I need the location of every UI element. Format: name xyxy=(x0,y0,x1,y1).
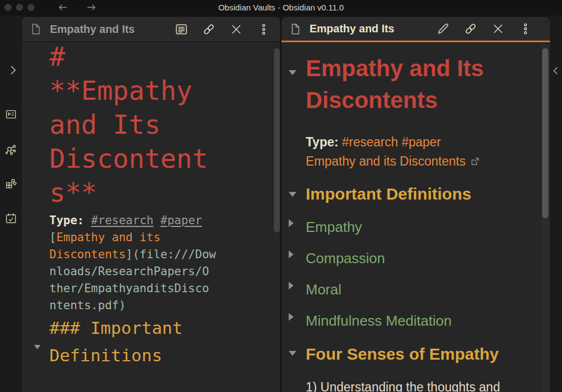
fold-closed-triangle-icon[interactable] xyxy=(289,313,294,321)
right-tab-title[interactable]: Empathy and Its xyxy=(310,22,435,35)
preview-h4-mindfulness-meditation: Mindfulness Meditation xyxy=(306,312,452,330)
fold-closed-triangle-icon[interactable] xyxy=(289,251,294,258)
link-icon[interactable] xyxy=(464,22,477,35)
source-link-text: Discontents xyxy=(49,248,126,261)
fold-open-triangle-icon[interactable] xyxy=(289,70,296,75)
preview-h4-moral: Moral xyxy=(306,281,341,299)
tag-paper[interactable]: #paper xyxy=(160,214,202,227)
left-header-actions xyxy=(175,23,284,36)
preview-h1: Empathy and Its Discontents xyxy=(306,53,545,116)
titlebar: Obsidian Vaults - Obsidian v0.11.0 xyxy=(0,0,562,15)
source-meta-line: Type: #research #paper xyxy=(49,212,280,229)
source-h3-line: Definitions xyxy=(49,342,280,369)
file-icon xyxy=(289,23,301,35)
preview-type-line: Type: #research #paper xyxy=(306,134,441,150)
close-icon[interactable] xyxy=(492,22,504,35)
preview-h3-important-definitions: Important Definitions xyxy=(306,184,471,204)
fold-open-triangle-icon[interactable] xyxy=(289,192,296,197)
source-h1-line: s** xyxy=(49,173,280,212)
preview-pane-content: Empathy and Its Discontents Type: #resea… xyxy=(282,44,550,392)
source-url-line: ther/EmpathyanditsDisco xyxy=(49,280,280,297)
left-tab-title[interactable]: Empathy and Its xyxy=(50,23,175,36)
source-h3-line: ### Important xyxy=(49,314,280,342)
type-label: Type: xyxy=(49,214,84,227)
markdown-source-editor[interactable]: # **Empathy and Its Discontent s** Type:… xyxy=(22,42,280,392)
window-title: Obsidian Vaults - Obsidian v0.11.0 xyxy=(0,0,562,15)
right-scrollbar-thumb[interactable] xyxy=(542,48,548,218)
source-meta-line: [Empathy and its xyxy=(49,229,280,246)
source-url-line: nloads/ResearchPapers/O xyxy=(49,263,280,280)
fold-open-triangle-icon[interactable] xyxy=(34,345,41,349)
right-ribbon xyxy=(550,15,562,392)
right-header-actions xyxy=(437,22,550,35)
preview-tags[interactable]: #research #paper xyxy=(342,135,441,149)
preview-h4-empathy: Empathy xyxy=(306,218,362,236)
fold-open-triangle-icon[interactable] xyxy=(289,351,296,356)
more-options-icon[interactable] xyxy=(257,23,270,36)
source-url: ](file:///Dow xyxy=(126,248,216,261)
expand-sidebar-icon[interactable] xyxy=(7,64,19,76)
bracket: [ xyxy=(49,231,57,244)
daily-notes-icon[interactable] xyxy=(5,212,17,224)
preview-link-line: Empathy and its Discontents xyxy=(306,153,480,169)
left-ribbon xyxy=(0,15,22,392)
left-pane-header: Empathy and Its xyxy=(22,17,280,42)
type-label: Type: xyxy=(306,135,342,149)
more-options-icon[interactable] xyxy=(519,22,532,35)
right-pane: Empathy and Its Empath xyxy=(282,17,550,392)
external-link-text[interactable]: Empathy and its Discontents xyxy=(306,154,465,168)
collapse-sidebar-icon[interactable] xyxy=(551,66,561,76)
graph-view-icon[interactable] xyxy=(5,144,17,156)
external-link-icon[interactable] xyxy=(470,154,480,163)
source-url-line: ntents.pdf) xyxy=(49,297,280,314)
open-note-pane-icon[interactable] xyxy=(5,108,17,120)
right-pane-header: Empathy and Its xyxy=(282,17,550,42)
fold-closed-triangle-icon[interactable] xyxy=(289,282,294,289)
source-meta-line: Discontents](file:///Dow xyxy=(49,246,280,263)
preview-body-line: 1) Understanding the thoughts and xyxy=(306,378,500,392)
reading-view-icon[interactable] xyxy=(175,23,188,36)
edit-pencil-icon[interactable] xyxy=(437,22,449,35)
preview-h3-four-senses: Four Senses of Empathy xyxy=(306,344,499,365)
left-scrollbar-thumb[interactable] xyxy=(274,48,280,232)
file-icon xyxy=(30,23,42,35)
obsidian-window: Obsidian Vaults - Obsidian v0.11.0 xyxy=(0,0,562,392)
close-icon[interactable] xyxy=(230,23,243,36)
source-link-text: Empathy and its xyxy=(57,231,161,244)
fold-closed-triangle-icon[interactable] xyxy=(289,219,294,227)
random-note-icon[interactable] xyxy=(5,178,17,190)
left-pane: Empathy and Its # **Em xyxy=(22,17,280,392)
link-icon[interactable] xyxy=(203,23,215,36)
preview-h4-compassion: Compassion xyxy=(306,249,385,268)
tag-research[interactable]: #research xyxy=(91,214,154,227)
